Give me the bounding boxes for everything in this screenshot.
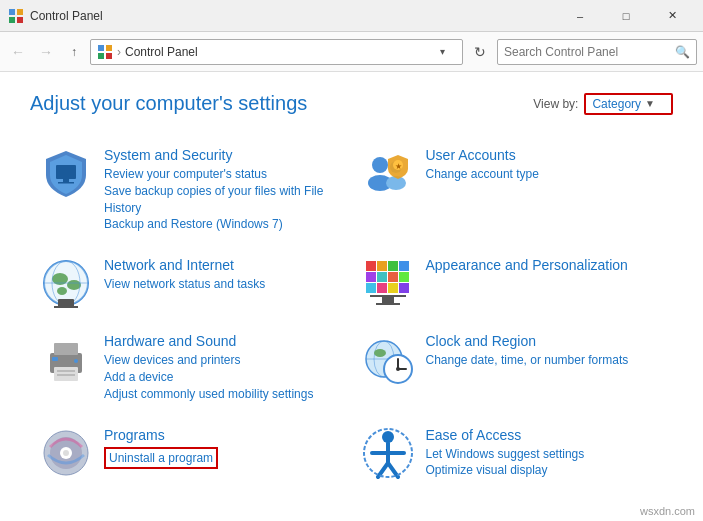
appearance-text: Appearance and Personalization xyxy=(426,257,664,276)
header-row: Adjust your computer's settings View by:… xyxy=(30,92,673,115)
svg-point-56 xyxy=(396,367,400,371)
category-ease-of-access: Ease of Access Let Windows suggest setti… xyxy=(352,419,674,488)
svg-rect-32 xyxy=(388,272,398,282)
hardware-title[interactable]: Hardware and Sound xyxy=(104,333,342,349)
system-security-title[interactable]: System and Security xyxy=(104,147,342,163)
category-programs: Programs Uninstall a program xyxy=(30,419,352,488)
network-icon xyxy=(40,257,92,309)
ease-of-access-text: Ease of Access Let Windows suggest setti… xyxy=(426,427,664,480)
svg-point-20 xyxy=(67,280,81,290)
svg-rect-34 xyxy=(366,283,376,293)
category-network: Network and Internet View network status… xyxy=(30,249,352,317)
svg-rect-37 xyxy=(399,283,409,293)
svg-rect-10 xyxy=(58,182,74,184)
hardware-link-2[interactable]: Add a device xyxy=(104,369,342,386)
address-text: Control Panel xyxy=(125,45,436,59)
svg-rect-28 xyxy=(388,261,398,271)
ease-of-access-link-1[interactable]: Let Windows suggest settings xyxy=(426,446,664,463)
user-accounts-title[interactable]: User Accounts xyxy=(426,147,664,163)
svg-text:★: ★ xyxy=(395,162,402,171)
svg-rect-26 xyxy=(366,261,376,271)
svg-rect-36 xyxy=(388,283,398,293)
category-system-security: System and Security Review your computer… xyxy=(30,139,352,241)
category-appearance: Appearance and Personalization xyxy=(352,249,674,317)
network-title[interactable]: Network and Internet xyxy=(104,257,342,273)
forward-button[interactable]: → xyxy=(34,40,58,64)
svg-rect-27 xyxy=(377,261,387,271)
refresh-button[interactable]: ↻ xyxy=(467,39,493,65)
svg-rect-4 xyxy=(98,45,104,51)
svg-rect-24 xyxy=(58,299,74,307)
svg-rect-47 xyxy=(52,357,58,361)
up-button[interactable]: ↑ xyxy=(62,40,86,64)
svg-rect-40 xyxy=(376,303,400,305)
svg-rect-39 xyxy=(382,297,394,303)
clock-icon xyxy=(362,333,414,385)
view-by-dropdown[interactable]: Category ▼ xyxy=(584,93,673,115)
address-icon xyxy=(97,44,113,60)
ease-of-access-link-2[interactable]: Optimize visual display xyxy=(426,462,664,479)
appearance-icon xyxy=(362,257,414,309)
svg-point-46 xyxy=(74,359,78,363)
clock-link-1[interactable]: Change date, time, or number formats xyxy=(426,352,664,369)
view-by-section: View by: Category ▼ xyxy=(533,93,673,115)
system-security-link-1[interactable]: Review your computer's status xyxy=(104,166,342,183)
svg-rect-38 xyxy=(370,295,406,297)
appearance-title[interactable]: Appearance and Personalization xyxy=(426,257,664,273)
watermark: wsxdn.com xyxy=(640,505,695,517)
svg-rect-1 xyxy=(17,9,23,15)
svg-rect-35 xyxy=(377,283,387,293)
ease-of-access-title[interactable]: Ease of Access xyxy=(426,427,664,443)
address-field[interactable]: › Control Panel ▾ xyxy=(90,39,463,65)
svg-rect-5 xyxy=(106,45,112,51)
search-input[interactable] xyxy=(504,45,671,59)
system-security-link-2[interactable]: Save backup copies of your files with Fi… xyxy=(104,183,342,217)
hardware-link-3[interactable]: Adjust commonly used mobility settings xyxy=(104,386,342,403)
user-accounts-icon: ★ xyxy=(362,147,414,199)
programs-title[interactable]: Programs xyxy=(104,427,342,443)
svg-rect-6 xyxy=(98,53,104,59)
svg-rect-44 xyxy=(57,370,75,372)
system-security-text: System and Security Review your computer… xyxy=(104,147,342,233)
programs-link-1[interactable]: Uninstall a program xyxy=(104,447,218,470)
category-user-accounts: ★ User Accounts Change account type xyxy=(352,139,674,241)
svg-rect-31 xyxy=(377,272,387,282)
svg-rect-25 xyxy=(54,306,78,308)
maximize-button[interactable]: □ xyxy=(603,0,649,32)
hardware-link-1[interactable]: View devices and printers xyxy=(104,352,342,369)
system-security-icon xyxy=(40,147,92,199)
category-clock: Clock and Region Change date, time, or n… xyxy=(352,325,674,410)
svg-point-52 xyxy=(374,349,386,357)
search-icon[interactable]: 🔍 xyxy=(675,45,690,59)
view-by-label: View by: xyxy=(533,97,578,111)
category-hardware: Hardware and Sound View devices and prin… xyxy=(30,325,352,410)
close-button[interactable]: ✕ xyxy=(649,0,695,32)
hardware-text: Hardware and Sound View devices and prin… xyxy=(104,333,342,402)
user-accounts-link-1[interactable]: Change account type xyxy=(426,166,664,183)
window-controls: – □ ✕ xyxy=(557,0,695,32)
svg-rect-3 xyxy=(17,17,23,23)
search-box[interactable]: 🔍 xyxy=(497,39,697,65)
categories-grid: System and Security Review your computer… xyxy=(30,139,673,495)
svg-line-65 xyxy=(378,463,388,477)
svg-point-21 xyxy=(57,287,67,295)
minimize-button[interactable]: – xyxy=(557,0,603,32)
clock-title[interactable]: Clock and Region xyxy=(426,333,664,349)
page-heading: Adjust your computer's settings xyxy=(30,92,307,115)
title-bar: Control Panel – □ ✕ xyxy=(0,0,703,32)
network-link-1[interactable]: View network status and tasks xyxy=(104,276,342,293)
programs-icon xyxy=(40,427,92,479)
network-text: Network and Internet View network status… xyxy=(104,257,342,293)
svg-rect-33 xyxy=(399,272,409,282)
svg-rect-45 xyxy=(57,374,75,376)
back-button[interactable]: ← xyxy=(6,40,30,64)
svg-rect-42 xyxy=(54,343,78,355)
ease-of-access-icon xyxy=(362,427,414,479)
address-dropdown-arrow[interactable]: ▾ xyxy=(440,46,456,57)
programs-text: Programs Uninstall a program xyxy=(104,427,342,470)
chevron-down-icon: ▼ xyxy=(645,98,655,109)
svg-rect-2 xyxy=(9,17,15,23)
system-security-link-3[interactable]: Backup and Restore (Windows 7) xyxy=(104,216,342,233)
hardware-icon xyxy=(40,333,92,385)
view-by-value: Category xyxy=(592,97,641,111)
